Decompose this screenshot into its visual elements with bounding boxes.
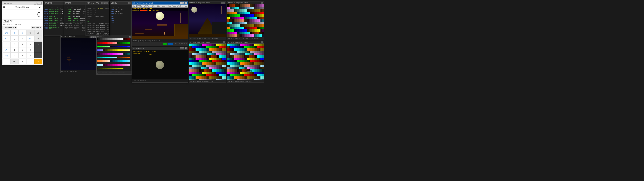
calc-btn-3[interactable]: 3: [26, 53, 34, 58]
palette-color-cell[interactable]: [117, 46, 118, 48]
palette-color-cell[interactable]: [103, 60, 105, 62]
palette-color-cell[interactable]: [118, 46, 120, 48]
palette-color-cell[interactable]: [98, 42, 100, 44]
palette-color-cell[interactable]: [112, 68, 113, 70]
palette-color-cell[interactable]: [98, 68, 100, 70]
palette-color-cell[interactable]: [96, 50, 98, 51]
right-bottom-right-close[interactable]: ✕: [261, 41, 263, 43]
calc-ms-btn[interactable]: MS: [18, 24, 21, 25]
palette-color-cell[interactable]: [96, 64, 98, 66]
palette-color-cell[interactable]: [122, 68, 124, 70]
ppu-close[interactable]: ✕: [106, 2, 108, 4]
space-buffer-close[interactable]: ✕: [94, 36, 96, 38]
palette-color-cell[interactable]: [127, 60, 128, 62]
palette-color-cell[interactable]: [118, 64, 120, 66]
calc-btn-7[interactable]: 7: [10, 42, 18, 47]
calc-btn-9[interactable]: 9: [26, 42, 34, 47]
palette-color-cell[interactable]: [98, 57, 100, 58]
palette-color-cell[interactable]: [115, 68, 117, 70]
menu-window[interactable]: Window: [177, 5, 182, 7]
palette-color-cell[interactable]: [107, 64, 108, 66]
calc-btn-sqrt[interactable]: √2: [2, 36, 10, 41]
palette-color-cell[interactable]: [115, 42, 117, 44]
palette-color-cell[interactable]: [125, 57, 127, 58]
palette-color-cell[interactable]: [127, 53, 128, 55]
palette-color-cell[interactable]: [108, 57, 110, 58]
palette-color-cell[interactable]: [115, 57, 117, 58]
calc-btn-sign[interactable]: ±: [34, 36, 42, 41]
palette-color-cell[interactable]: [125, 38, 127, 40]
palette-color-cell[interactable]: [108, 68, 110, 70]
palette-color-cell[interactable]: [108, 38, 110, 40]
calc-close-btn[interactable]: ✕: [39, 2, 42, 4]
palette-color-cell[interactable]: [128, 42, 130, 44]
palette-color-cell[interactable]: [108, 60, 110, 62]
palette-color-cell[interactable]: [107, 46, 108, 48]
palette-color-cell[interactable]: [105, 50, 107, 51]
calc-btn-5[interactable]: 5: [18, 47, 26, 52]
palette-color-cell[interactable]: [112, 60, 113, 62]
palette-color-cell[interactable]: [108, 53, 110, 55]
palette-color-cell[interactable]: [108, 46, 110, 48]
palette-color-cell[interactable]: [100, 60, 102, 62]
calc-btn-6[interactable]: 6: [26, 47, 34, 52]
palette-color-cell[interactable]: [127, 46, 128, 48]
palette-color-cell[interactable]: [98, 46, 100, 48]
calc-btn-equals[interactable]: =: [34, 59, 42, 64]
right-top-left-close[interactable]: ✕: [223, 2, 225, 4]
palette-color-cell[interactable]: [105, 57, 107, 58]
palette-color-cell[interactable]: [98, 38, 100, 40]
palette-color-cell[interactable]: [110, 60, 112, 62]
palette-color-cell[interactable]: [115, 53, 117, 55]
palette-color-cell[interactable]: [117, 68, 118, 70]
calc-trig-select[interactable]: Trigonométrie Fonction: [2, 26, 17, 29]
palette-color-cell[interactable]: [112, 64, 113, 66]
calc-btn-xy[interactable]: x^y: [2, 47, 10, 52]
palette-color-cell[interactable]: [122, 50, 124, 51]
palette-color-cell[interactable]: [122, 64, 124, 66]
palette-color-cell[interactable]: [96, 42, 98, 44]
space-buffer-minimize[interactable]: ─: [90, 36, 92, 38]
palette-color-cell[interactable]: [100, 53, 102, 55]
calc-btn-8[interactable]: 8: [18, 42, 26, 47]
palette-color-cell[interactable]: [100, 57, 102, 58]
game-close-btn[interactable]: ✕: [185, 2, 187, 4]
palette-color-cell[interactable]: [122, 60, 124, 62]
palette-color-cell[interactable]: [102, 50, 103, 51]
palette-color-cell[interactable]: [108, 42, 110, 44]
calc-func-select[interactable]: Fonction: [31, 26, 42, 29]
palette-color-cell[interactable]: [113, 57, 115, 58]
menu-debug[interactable]: Debug: [166, 5, 171, 7]
palette-color-cell[interactable]: [100, 42, 102, 44]
calc-btn-rparen[interactable]: ): [18, 36, 26, 41]
palette-color-cell[interactable]: [115, 46, 117, 48]
palette-color-cell[interactable]: [102, 46, 103, 48]
calc-btn-multiply[interactable]: ×: [34, 42, 42, 47]
palette-color-cell[interactable]: [105, 68, 107, 70]
palette-color-cell[interactable]: [118, 42, 120, 44]
calc-btn-2x[interactable]: 2^x: [2, 30, 10, 36]
palette-color-cell[interactable]: [102, 68, 103, 70]
palette-color-cell[interactable]: [102, 64, 103, 66]
calc-btn-plusminus[interactable]: +/-: [10, 59, 18, 64]
menu-tools[interactable]: Tools: [172, 5, 176, 7]
palette-color-cell[interactable]: [105, 60, 107, 62]
menu-help[interactable]: Help: [184, 5, 187, 7]
palette-color-cell[interactable]: [110, 53, 112, 55]
palette-color-cell[interactable]: [122, 42, 124, 44]
palette-color-cell[interactable]: [96, 57, 98, 58]
palette-color-cell[interactable]: [113, 38, 115, 40]
calc-minimize-btn[interactable]: ─: [34, 2, 36, 4]
palette-color-cell[interactable]: [98, 53, 100, 55]
palette-color-cell[interactable]: [117, 53, 118, 55]
palette-grid[interactable]: [96, 38, 132, 72]
palette-color-cell[interactable]: [115, 38, 117, 40]
palette-color-cell[interactable]: [107, 53, 108, 55]
palette-color-cell[interactable]: [125, 46, 127, 48]
palette-color-cell[interactable]: [112, 50, 113, 51]
palette-color-cell[interactable]: [118, 60, 120, 62]
palette-color-cell[interactable]: [113, 46, 115, 48]
palette-color-cell[interactable]: [107, 38, 108, 40]
palette-color-cell[interactable]: [110, 57, 112, 58]
calc-btn-log[interactable]: log: [2, 53, 10, 58]
